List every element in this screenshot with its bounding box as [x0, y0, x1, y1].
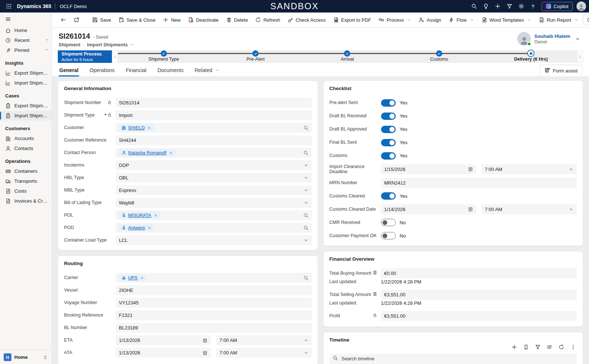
search-icon[interactable]: [469, 1, 480, 12]
total-selling-amount-input[interactable]: €3,551.00: [381, 290, 577, 300]
chevron-down-icon[interactable]: [575, 36, 580, 42]
mbl-type-select[interactable]: Express: [116, 185, 312, 195]
stage-arrival[interactable]: Arrival: [301, 50, 393, 63]
profit-input[interactable]: €3,551.00: [381, 311, 577, 321]
import-clearance-date-input[interactable]: 1/15/2026: [381, 164, 476, 174]
ata-time-input[interactable]: 7:00 AM: [216, 348, 311, 358]
sidebar-item-export-shipments[interactable]: Export Shipments: [0, 101, 52, 111]
carrier-chip[interactable]: UPS: [119, 274, 147, 281]
hbl-type-select[interactable]: OBL: [116, 173, 312, 183]
eta-time-input[interactable]: 7:00 AM: [216, 335, 311, 345]
expand-records-icon[interactable]: [547, 344, 553, 350]
area-switcher[interactable]: H Home: [0, 350, 52, 364]
sidebar-item-recent[interactable]: Recent: [0, 35, 52, 45]
shipment-number-input[interactable]: SI261014: [116, 98, 312, 108]
customer-payment-toggle[interactable]: [381, 232, 396, 239]
run-report-button[interactable]: Run Report: [535, 15, 582, 25]
sidebar-item-export-shipment[interactable]: Export Shipment: [0, 68, 52, 78]
form-assist-button[interactable]: Form assist: [540, 65, 582, 76]
timeline-search-input[interactable]: [341, 356, 574, 362]
user-avatar[interactable]: [576, 1, 586, 11]
sidebar-item-pinned[interactable]: Pinned: [0, 45, 52, 55]
stage-pre-alert[interactable]: Pre-Alert: [209, 50, 301, 63]
mrn-number-input[interactable]: MRN2412: [381, 178, 577, 188]
process-button[interactable]: Process: [375, 15, 415, 25]
customs-cleared-time-input[interactable]: 7:00 AM: [482, 204, 577, 214]
hamburger-icon[interactable]: [0, 13, 52, 25]
vessel-input[interactable]: 2IOHE: [116, 285, 312, 295]
final-bl-sent-toggle[interactable]: [381, 139, 396, 146]
assign-button[interactable]: Assign: [415, 15, 444, 25]
container-load-select[interactable]: LCL: [116, 235, 312, 245]
export-pdf-button[interactable]: Export to PDF: [330, 15, 375, 25]
tab-documents[interactable]: Documents: [157, 64, 184, 76]
process-collapse-button[interactable]: [112, 50, 118, 63]
sidebar-item-invoices[interactable]: Invoices & Credit No...: [0, 196, 52, 206]
filter-icon[interactable]: [504, 1, 515, 12]
process-next-button[interactable]: [577, 50, 583, 63]
plus-icon[interactable]: [492, 1, 503, 12]
share-button[interactable]: Share: [583, 15, 589, 25]
lookup-search-icon[interactable]: [303, 213, 308, 218]
timeline-search[interactable]: [329, 354, 577, 364]
remove-icon[interactable]: [140, 276, 144, 280]
pod-lookup[interactable]: Antwerp: [116, 223, 312, 233]
sidebar-item-home[interactable]: Home: [0, 25, 52, 35]
copilot-button[interactable]: Copilot: [542, 2, 573, 11]
refresh-icon[interactable]: [558, 344, 564, 350]
customer-lookup[interactable]: SHIELD: [116, 123, 312, 133]
add-icon[interactable]: [511, 344, 517, 350]
save-button[interactable]: Save: [89, 15, 114, 25]
ata-date-input[interactable]: 1/13/2026: [116, 348, 211, 358]
owner-field[interactable]: Souhaib Hlalem Owner: [517, 32, 582, 46]
lookup-search-icon[interactable]: [303, 125, 308, 131]
filter-icon[interactable]: [535, 344, 541, 350]
tab-general[interactable]: General: [59, 64, 79, 76]
carrier-lookup[interactable]: UPS: [116, 273, 312, 283]
stage-customs[interactable]: Customs: [393, 50, 485, 63]
tab-financial[interactable]: Financial: [125, 64, 147, 76]
stage-shipment-type[interactable]: Shipment Type: [118, 50, 209, 63]
eta-date-input[interactable]: 1/13/2026: [116, 335, 211, 345]
sidebar-item-costs[interactable]: Costs: [0, 186, 52, 196]
remove-icon[interactable]: [147, 126, 151, 130]
deactivate-button[interactable]: Deactivate: [184, 15, 222, 25]
save-close-button[interactable]: Save & Close: [115, 15, 159, 25]
customs-cleared-toggle[interactable]: [381, 192, 396, 200]
pol-chip[interactable]: MISURATA: [119, 212, 160, 219]
pre-alert-toggle[interactable]: [381, 99, 396, 107]
chevron-down-icon[interactable]: [130, 43, 134, 47]
lightbulb-icon[interactable]: [480, 1, 491, 12]
sidebar-item-accounts[interactable]: Accounts: [0, 133, 52, 143]
remove-icon[interactable]: [154, 214, 158, 217]
lookup-search-icon[interactable]: [303, 225, 308, 231]
remove-icon[interactable]: [169, 151, 173, 155]
new-button[interactable]: New: [159, 15, 184, 25]
sidebar-item-transports[interactable]: Transports: [0, 176, 52, 186]
remove-icon[interactable]: [148, 226, 151, 230]
bl-number-input[interactable]: BL23189: [116, 323, 312, 333]
customs-cleared-date-input[interactable]: 1/14/2026: [381, 204, 476, 214]
more-options-icon[interactable]: [570, 344, 576, 350]
voyage-number-input[interactable]: VY12345: [116, 298, 312, 308]
sidebar-item-import-shipments[interactable]: Import Shipments: [0, 111, 52, 121]
draft-bl-received-toggle[interactable]: [381, 113, 396, 120]
customer-chip[interactable]: SHIELD: [119, 124, 154, 131]
contact-person-lookup[interactable]: Natasha Romanoff: [116, 148, 312, 158]
customer-reference-input[interactable]: SH4244: [116, 135, 312, 145]
calendar-icon[interactable]: [202, 350, 208, 356]
view-selector[interactable]: Import Shipments: [87, 42, 128, 47]
app-name[interactable]: Dynamics 365: [17, 3, 51, 9]
popout-button[interactable]: [70, 15, 83, 25]
stage-delivery[interactable]: Delivery (6 Hrs): [485, 50, 577, 63]
pod-chip[interactable]: Antwerp: [119, 224, 154, 231]
check-access-button[interactable]: Check Access: [284, 15, 329, 25]
sidebar-item-containers[interactable]: Containers: [0, 166, 52, 176]
total-buying-amount-input[interactable]: €0.00: [381, 268, 577, 278]
calendar-icon[interactable]: [468, 167, 473, 172]
bookmark-icon[interactable]: [523, 344, 529, 350]
booking-reference-input[interactable]: F1321: [116, 310, 312, 320]
shipment-type-input[interactable]: Import: [116, 110, 312, 120]
draft-bl-approved-toggle[interactable]: [381, 126, 396, 133]
lookup-search-icon[interactable]: [303, 150, 308, 156]
